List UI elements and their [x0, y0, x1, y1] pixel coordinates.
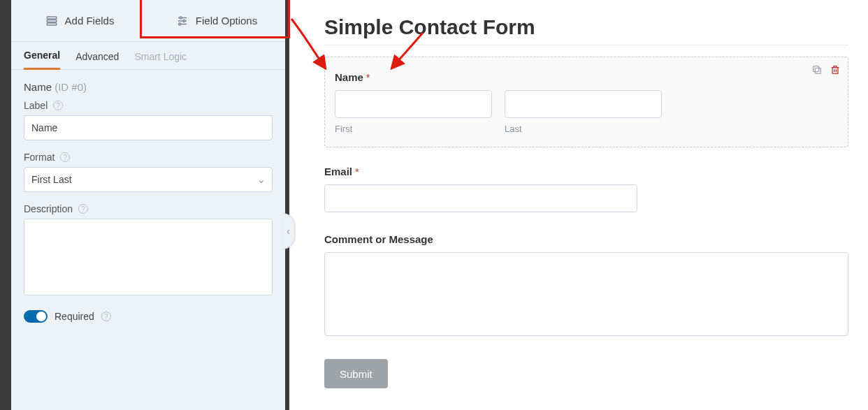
svg-rect-11 — [832, 68, 838, 74]
panel-top-tabs: Add Fields Field Options — [11, 0, 285, 42]
description-row: Description ? — [24, 203, 273, 298]
wp-admin-sidebar — [0, 0, 11, 410]
field-email[interactable]: Email* — [324, 166, 848, 212]
required-asterisk: * — [366, 71, 370, 83]
field-comment-label: Comment or Message — [324, 233, 848, 245]
help-icon[interactable]: ? — [60, 152, 70, 162]
format-label: Format — [24, 152, 55, 163]
svg-rect-10 — [813, 66, 819, 72]
svg-rect-0 — [47, 17, 57, 19]
divider — [324, 45, 848, 45]
svg-point-4 — [180, 17, 182, 19]
panel-heading-id: (ID #0) — [55, 81, 87, 93]
svg-rect-2 — [47, 23, 57, 25]
svg-point-8 — [179, 23, 181, 25]
field-actions — [811, 64, 841, 75]
submit-button[interactable]: Submit — [324, 359, 388, 388]
subtab-general[interactable]: General — [24, 50, 60, 70]
comment-textarea[interactable] — [324, 252, 848, 336]
field-comment[interactable]: Comment or Message — [324, 233, 848, 338]
tab-field-options-label: Field Options — [196, 15, 257, 27]
name-last-sublabel: Last — [505, 124, 662, 134]
subtab-smart-logic[interactable]: Smart Logic — [134, 51, 187, 69]
description-textarea[interactable] — [24, 219, 273, 295]
tab-add-fields[interactable]: Add Fields — [11, 0, 148, 41]
svg-rect-9 — [815, 68, 820, 73]
email-input[interactable] — [324, 184, 637, 212]
label-input[interactable] — [24, 115, 273, 140]
form-title[interactable]: Simple Contact Form — [324, 15, 848, 39]
chevron-left-icon: ‹ — [287, 226, 290, 237]
tab-field-options[interactable]: Field Options — [148, 0, 285, 41]
required-label: Required — [55, 311, 94, 322]
tab-add-fields-label: Add Fields — [65, 15, 115, 27]
help-icon[interactable]: ? — [53, 101, 63, 110]
label-label: Label — [24, 100, 48, 111]
name-last-input[interactable] — [505, 90, 662, 118]
required-asterisk: * — [355, 166, 359, 177]
subtab-advanced[interactable]: Advanced — [75, 51, 119, 69]
duplicate-icon[interactable] — [811, 64, 823, 75]
description-label: Description — [24, 203, 73, 214]
field-name[interactable]: Name* First Last — [324, 57, 848, 147]
panel-heading-name: Name — [24, 81, 52, 93]
required-toggle[interactable] — [24, 310, 48, 323]
add-fields-icon — [45, 15, 58, 27]
svg-point-6 — [183, 20, 185, 22]
required-row: Required ? — [24, 310, 273, 323]
format-row: Format ? ⌄ — [24, 152, 273, 192]
name-first-sublabel: First — [335, 124, 492, 134]
field-name-label: Name* — [335, 71, 838, 83]
field-name-label-text: Name — [335, 71, 363, 83]
name-first-input[interactable] — [335, 90, 492, 118]
help-icon[interactable]: ? — [78, 204, 88, 214]
delete-icon[interactable] — [830, 64, 841, 75]
panel-sub-tabs: General Advanced Smart Logic — [11, 42, 285, 70]
field-options-panel: Add Fields Field Options General Advance… — [11, 0, 289, 410]
field-email-label-text: Email — [324, 166, 352, 177]
svg-rect-1 — [47, 20, 57, 22]
sliders-icon — [176, 15, 189, 27]
form-preview: Simple Contact Form — [289, 0, 868, 410]
label-row: Label ? — [24, 100, 273, 140]
field-email-label: Email* — [324, 166, 848, 177]
help-icon[interactable]: ? — [101, 312, 111, 321]
format-select[interactable] — [24, 167, 273, 192]
panel-heading: Name (ID #0) — [24, 81, 273, 93]
panel-body: Name (ID #0) Label ? Format ? ⌄ — [11, 70, 285, 330]
